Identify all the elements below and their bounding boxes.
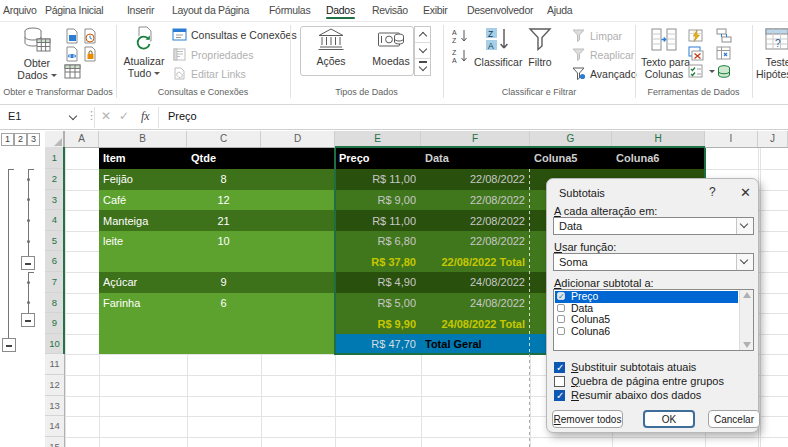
flash-fill-icon[interactable] [688, 28, 704, 43]
checkbox-label-2[interactable]: Quebra de página entre grupos [571, 375, 724, 387]
cell-E3[interactable]: R$ 9,00 [339, 193, 416, 207]
cell-C1[interactable]: Qtde [191, 151, 256, 165]
get-data-button[interactable]: Obter Dados [12, 25, 62, 87]
tab-arquivo[interactable]: Arquivo [3, 0, 37, 21]
clear-filter-button[interactable]: Limpar [572, 28, 622, 43]
edit-links-button[interactable]: Editar Links [172, 66, 246, 81]
col-header-F[interactable]: F [421, 131, 530, 147]
cell-B3[interactable]: Café [103, 193, 182, 207]
col-header-I[interactable]: I [705, 131, 758, 147]
cell-F10[interactable]: Total Geral [425, 337, 525, 351]
checkbox-3[interactable] [554, 390, 565, 401]
list-item-checkbox[interactable] [557, 315, 565, 323]
recent-sources-icon[interactable] [82, 28, 98, 44]
reapply-filter-button[interactable]: Reaplicar [572, 47, 634, 62]
cell-F8[interactable]: 24/08/2022 [425, 296, 525, 310]
subtotal-columns-listbox[interactable]: ✓PreçoDataColuna5Coluna6 [553, 289, 754, 351]
row-header-11[interactable]: 11 [45, 354, 64, 375]
checkbox-label-1[interactable]: Substituir subtotais atuais [571, 361, 696, 373]
dialog-help-button[interactable]: ? [709, 185, 716, 199]
cell-F6[interactable]: 22/08/2022 Total [425, 255, 525, 269]
refresh-all-button[interactable]: Atualizar Tudo [118, 25, 170, 87]
dialog-button-ok[interactable]: OK [643, 410, 695, 428]
relationships-icon[interactable] [716, 28, 732, 43]
remove-duplicates-icon[interactable] [688, 46, 704, 61]
gallery-scroll-down[interactable] [415, 43, 430, 59]
filter-button[interactable]: Filtro [519, 25, 561, 87]
cell-F9[interactable]: 24/08/2022 Total [425, 317, 525, 331]
insert-function-icon[interactable]: fx [141, 109, 150, 124]
queries-connections-button[interactable]: Consultas e Conexões [172, 27, 297, 42]
cell-B5[interactable]: leite [103, 234, 182, 248]
cell-E10[interactable]: R$ 47,70 [339, 337, 416, 351]
from-web-icon[interactable] [64, 46, 80, 62]
tab-desenvolvedor[interactable]: Desenvolvedor [467, 0, 533, 21]
select-all-corner[interactable] [45, 131, 64, 147]
col-header-D[interactable]: D [261, 131, 335, 147]
checkbox-1[interactable] [554, 362, 565, 373]
checkbox-label-3[interactable]: Resumir abaixo dos dados [571, 389, 701, 401]
name-box[interactable]: E1 [8, 110, 21, 122]
cell-E7[interactable]: R$ 4,90 [339, 275, 416, 289]
scroll-down-icon[interactable] [743, 342, 751, 348]
cell-E4[interactable]: R$ 11,00 [339, 214, 416, 228]
sort-button[interactable]: Z A Classificar [474, 25, 522, 87]
stocks-data-type-button[interactable]: Ações [306, 28, 356, 74]
sort-za-icon[interactable]: ZA [452, 48, 470, 64]
tab-p-gina-inicial[interactable]: Página Inicial [45, 0, 103, 21]
checkbox-2[interactable] [554, 376, 565, 387]
cell-B7[interactable]: Açúcar [103, 275, 182, 289]
col-header-G[interactable]: G [530, 131, 612, 147]
outline-level-2[interactable]: 2 [14, 133, 27, 146]
list-item-preço[interactable]: ✓Preço [555, 291, 738, 303]
row-header-15[interactable]: 15 [45, 437, 64, 447]
list-item-coluna5[interactable]: Coluna5 [555, 314, 738, 326]
tab-exibir[interactable]: Exibir [423, 0, 447, 21]
col-header-C[interactable]: C [187, 131, 261, 147]
change-in-combo[interactable]: Data [553, 217, 754, 235]
cell-E9[interactable]: R$ 9,90 [339, 317, 416, 331]
row-header-9[interactable]: 9 [45, 313, 64, 334]
outline-collapse-row9[interactable] [21, 313, 35, 327]
tab-ajuda[interactable]: Ajuda [547, 0, 572, 21]
dialog-button-cancelar[interactable]: Cancelar [708, 410, 760, 428]
cell-E1[interactable]: Preço [339, 151, 416, 165]
cell-E2[interactable]: R$ 11,00 [339, 172, 416, 186]
col-header-J[interactable]: J [758, 131, 788, 147]
cell-C8[interactable]: 6 [191, 296, 256, 310]
row-header-1[interactable]: 1 [45, 147, 64, 169]
consolidate-icon[interactable] [716, 46, 732, 61]
cell-B1[interactable]: Item [103, 151, 182, 165]
advanced-filter-button[interactable]: Avançado [572, 66, 637, 81]
tab-inserir[interactable]: Inserir [127, 0, 154, 21]
from-text-csv-icon[interactable] [64, 28, 80, 44]
sort-az-icon[interactable]: AZ [452, 28, 470, 44]
name-box-chevron-icon[interactable] [69, 112, 77, 120]
outline-level-3[interactable]: 3 [27, 133, 40, 146]
row-header-7[interactable]: 7 [45, 272, 64, 293]
outline-level-1[interactable]: 1 [1, 133, 14, 146]
use-function-combo[interactable]: Soma [553, 253, 754, 271]
data-model-icon[interactable] [716, 64, 732, 79]
properties-button[interactable]: Propriedades [172, 47, 253, 62]
cell-F7[interactable]: 24/08/2022 [425, 275, 525, 289]
row-header-12[interactable]: 12 [45, 375, 64, 396]
cell-C7[interactable]: 9 [191, 275, 256, 289]
col-header-B[interactable]: B [99, 131, 187, 147]
cell-H1[interactable]: Coluna6 [616, 151, 700, 165]
row-header-6[interactable]: 6 [45, 251, 64, 272]
row-header-4[interactable]: 4 [45, 210, 64, 231]
cell-E8[interactable]: R$ 5,00 [339, 296, 416, 310]
outline-collapse-row6[interactable] [21, 256, 35, 270]
gallery-more-button[interactable] [415, 59, 430, 75]
data-validation-icon[interactable] [688, 64, 704, 79]
cell-B2[interactable]: Feijão [103, 172, 182, 186]
currencies-data-type-button[interactable]: Moedas [366, 28, 416, 74]
cancel-formula-icon[interactable]: ✕ [101, 109, 111, 123]
list-item-checkbox[interactable]: ✓ [557, 292, 565, 300]
from-table-icon[interactable] [64, 64, 81, 79]
text-to-columns-button[interactable]: Texto para Colunas [641, 25, 687, 87]
tab-dados[interactable]: Dados [326, 0, 355, 21]
row-header-13[interactable]: 13 [45, 396, 64, 417]
dialog-close-button[interactable]: ✕ [740, 185, 751, 200]
